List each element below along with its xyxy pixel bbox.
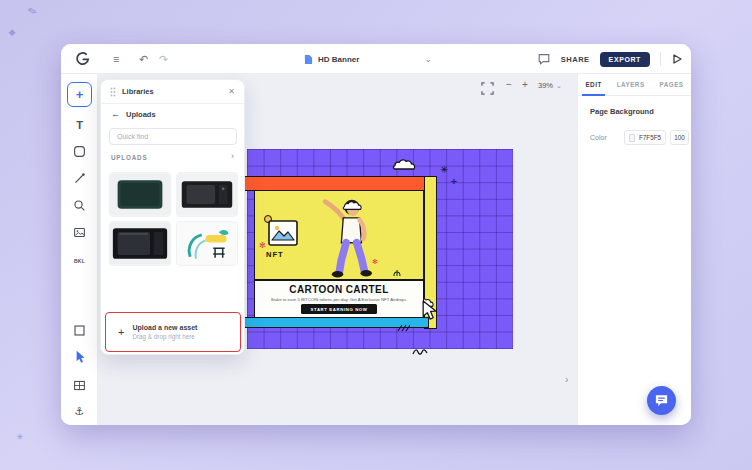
topbar-divider [660, 52, 661, 66]
flower-doodle-icon: ✻ [372, 258, 378, 266]
menu-icon[interactable]: ≡ [113, 44, 119, 74]
play-icon[interactable] [671, 53, 683, 65]
topbar-actions: SHARE EXPORT [537, 44, 683, 74]
export-button[interactable]: EXPORT [600, 52, 650, 67]
banner-cyan-stripe[interactable] [237, 317, 429, 328]
back-arrow-icon: ← [111, 109, 120, 119]
opacity-value: 100 [674, 134, 685, 141]
banner-text-block[interactable]: CARTOON CARTEL Stake to earn 5 BITCOIN t… [254, 280, 424, 318]
nft-text[interactable]: NFT [266, 250, 284, 259]
chevron-down-icon: ⌄ [556, 82, 562, 90]
drag-grip-icon[interactable] [110, 87, 116, 97]
zoom-in-icon[interactable]: + [522, 79, 528, 90]
opacity-field[interactable]: 100 [670, 130, 689, 145]
pencil-doodle-icon: ✎ [26, 4, 39, 19]
banner-orange-bar[interactable] [237, 176, 429, 191]
image-tool[interactable] [69, 222, 90, 243]
asset-thumbnail-microwave[interactable] [176, 172, 238, 217]
asset-thumbnail-microwave[interactable] [109, 221, 171, 266]
document-switcher[interactable]: HD Banner ⌄ [304, 44, 432, 74]
uploads-back-button[interactable]: ← Uploads [111, 109, 156, 119]
topbar: ≡ ↶ ↷ HD Banner ⌄ SHARE EXPORT [61, 44, 691, 74]
color-swatch[interactable] [629, 134, 635, 142]
anchor-tool[interactable]: ⚓ [69, 401, 90, 422]
color-hex-value: F7F5F5 [639, 134, 661, 141]
color-value-field[interactable]: F7F5F5 [624, 130, 666, 145]
select-tool[interactable] [69, 347, 90, 368]
banner-cta-label: START EARNING NOW [311, 307, 368, 312]
libraries-panel: Libraries ✕ ← Uploads UPLOADS › [100, 79, 245, 355]
inspector-panel: EDIT LAYERS PAGES Page Background Color … [577, 74, 691, 425]
cloud-shape [392, 158, 418, 176]
document-title: HD Banner [318, 55, 359, 64]
banner-title: CARTOON CARTEL [255, 284, 423, 296]
upload-asset-dropzone[interactable]: + Upload a new asset Drag & drop right h… [105, 312, 241, 352]
banner-cta-button[interactable]: START EARNING NOW [301, 304, 377, 314]
banner-subtitle: Stake to earn 5 BITCOIN tokens per day. … [263, 297, 414, 302]
close-icon[interactable]: ✕ [228, 87, 235, 96]
spark-doodle-icon: ✳ [16, 432, 24, 442]
panel-collapse-chevron[interactable]: › [565, 374, 568, 385]
hatch-doodle-icon [396, 318, 410, 336]
tab-pages[interactable]: PAGES [659, 74, 683, 96]
shape-tool[interactable] [69, 141, 90, 162]
chevron-right-icon[interactable]: › [231, 151, 234, 161]
scribble-doodle-icon [412, 342, 428, 360]
sparkle-doodle-icon: ✢ [451, 178, 457, 186]
uploads-back-label: Uploads [126, 110, 156, 119]
text-tool[interactable]: T [69, 114, 90, 135]
zoom-level-value: 39% [538, 81, 553, 90]
plus-icon: + [118, 326, 124, 338]
tab-edit[interactable]: EDIT [585, 74, 601, 96]
tab-layers[interactable]: LAYERS [617, 74, 645, 96]
uploads-section-label: UPLOADS [111, 154, 147, 161]
add-element-tool[interactable]: + [67, 82, 92, 107]
line-tool[interactable] [69, 168, 90, 189]
asterisk-doodle-icon: ✳ [440, 164, 448, 175]
app-window: ≡ ↶ ↷ HD Banner ⌄ SHARE EXPORT [61, 44, 691, 425]
redo-icon[interactable]: ↷ [159, 44, 168, 74]
fit-screen-icon[interactable] [481, 81, 494, 99]
desktop-background: ✎ ❖ ✳ ≡ ↶ ↷ HD Banner ⌄ [0, 0, 752, 470]
table-tool[interactable] [69, 375, 90, 396]
section-title: Page Background [590, 107, 654, 116]
bkl-tool[interactable]: BKL [69, 250, 90, 271]
zoom-tool[interactable] [69, 195, 90, 216]
libraries-title: Libraries [122, 87, 154, 96]
asset-thumbnail-board[interactable] [109, 172, 171, 217]
shape-doodle-icon: ❖ [8, 28, 16, 38]
app-logo[interactable] [75, 51, 91, 67]
comment-icon[interactable] [537, 52, 551, 66]
chat-icon [654, 393, 669, 408]
undo-icon[interactable]: ↶ [139, 44, 148, 74]
libraries-header: Libraries ✕ [101, 80, 244, 104]
upload-cta-title: Upload a new asset [132, 324, 197, 331]
inspector-tabs: EDIT LAYERS PAGES [578, 74, 691, 96]
flower-doodle-icon: ✻ [259, 241, 266, 250]
frame-tool[interactable] [69, 320, 90, 341]
cloud-shape [342, 198, 364, 216]
cursor-pointer-graphic [422, 300, 439, 325]
asset-thumbnail-illustration[interactable] [176, 221, 238, 266]
share-button[interactable]: SHARE [561, 55, 590, 64]
zoom-out-icon[interactable]: − [506, 79, 512, 90]
upload-cta-subtitle: Drag & drop right here [132, 333, 197, 340]
chevron-down-icon: ⌄ [424, 54, 432, 64]
grass-doodle-icon [392, 262, 402, 280]
zoom-level-dropdown[interactable]: 39% ⌄ [538, 81, 562, 90]
search-input[interactable] [109, 128, 237, 145]
help-chat-button[interactable] [647, 386, 676, 415]
color-label: Color [590, 134, 607, 141]
picture-frame-graphic[interactable] [268, 220, 298, 250]
document-icon [304, 54, 313, 65]
logo-g-icon [75, 51, 91, 67]
left-toolbar: + T BKL ⚓ [61, 74, 98, 425]
